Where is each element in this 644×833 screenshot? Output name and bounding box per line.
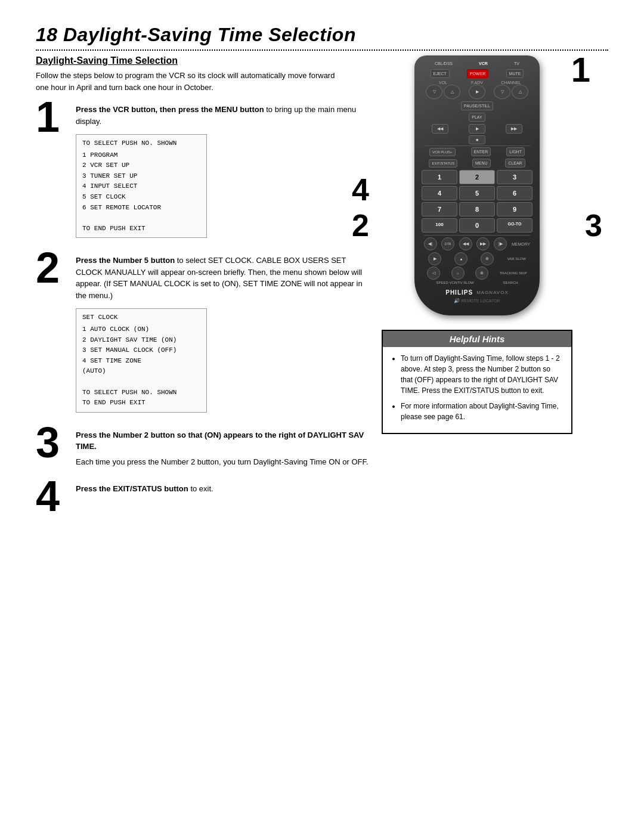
channel-buttons: ▽ △ (494, 85, 528, 99)
pause-still-button[interactable]: PAUSE/STILL (461, 101, 493, 110)
vcr-plus-button[interactable]: VCR PLUS+ (429, 148, 456, 156)
step-3-instruction: Press the Number 2 button so that (ON) a… (76, 429, 370, 453)
pause-group: PAUSE/STILL (461, 101, 493, 110)
goto-button[interactable]: GO-TO (497, 218, 532, 233)
menu-1-item-2: 2 VCR SET UP (82, 160, 200, 171)
step-1-instruction: Press the VCR button, then press the MEN… (76, 104, 370, 127)
num-100-button[interactable]: 100 (422, 218, 457, 233)
fadv-group: F.ADV ▶ (469, 80, 485, 99)
brand-area: PHILIPS MAGNAVOX (422, 289, 532, 296)
brand-magnavox: MAGNAVOX (476, 290, 509, 295)
special-c-button[interactable]: ⊕ (481, 252, 494, 265)
num-7-button[interactable]: 7 (422, 202, 457, 216)
special-rew-idx-button[interactable]: ◀◀ (459, 237, 472, 250)
special-f-button[interactable]: ⊕ (475, 267, 488, 280)
overlay-numbers: 1 4 2 3 CBL/DSS VCR TV EJECT (382, 55, 572, 315)
menu-2-title: SET CLOCK (82, 312, 200, 323)
menu-2-item-1: 1 AUTO CLOCK (ON) (82, 324, 200, 335)
exit-status-button[interactable]: EXIT/STATUS (429, 159, 457, 168)
step-3-block: 3 Press the Number 2 button so that (ON)… (36, 427, 370, 472)
left-column: Daylight-Saving Time Selection Follow th… (36, 55, 370, 527)
special-row-1: ◀| DTR ◀◀ ▶▶ |▶ MEMORY (422, 237, 532, 250)
channel-up-button[interactable]: △ (512, 85, 528, 99)
channel-group: CHANNEL ▽ △ (494, 80, 528, 99)
play-button[interactable]: PLAY (469, 113, 485, 122)
menu-2-item-3: 3 SET MANUAL CLOCK (OFF) (82, 345, 200, 356)
num-6-button[interactable]: 6 (497, 186, 532, 200)
special-ff-idx-button[interactable]: ▶▶ (476, 237, 490, 250)
num-3-button[interactable]: 3 (497, 170, 532, 184)
tracking-skip-label: TRACKING SKIP (499, 271, 527, 275)
menu-1-item-3: 3 TUNER SET UP (82, 171, 200, 182)
num-8-button[interactable]: 8 (459, 202, 495, 216)
vcr-button[interactable]: VCR (476, 60, 490, 67)
special-a-button[interactable]: ▶ (428, 252, 441, 265)
ff-button[interactable]: ▶▶ (506, 124, 522, 134)
num-4-button[interactable]: 4 (422, 186, 457, 200)
exit-row: EXIT/STATUS MENU CLEAR (422, 159, 532, 168)
hint-item-2: For more information about Daylight-Savi… (401, 401, 563, 422)
step-3-extra: Each time you press the Number 2 button,… (76, 456, 370, 468)
num-5-button[interactable]: 5 (459, 186, 495, 200)
menu-1-title: TO SELECT PUSH NO. SHOWN (82, 138, 200, 149)
num-1-button[interactable]: 1 (422, 170, 457, 184)
menu-1-footer: TO END PUSH EXIT (82, 224, 200, 234)
overlay-2: 2 (352, 208, 369, 243)
step-3-number: 3 (36, 421, 69, 464)
eject-button[interactable]: EJECT (431, 69, 450, 78)
vol-buttons: ▽ △ (426, 85, 460, 99)
power-button[interactable]: POWER (467, 69, 488, 78)
vol-down-button[interactable]: ▽ (426, 85, 442, 99)
num-0-button[interactable]: 0 (459, 218, 495, 233)
light-button[interactable]: LIGHT (506, 147, 525, 156)
fadv-label: F.ADV (469, 80, 485, 85)
vcrplus-row: VCR PLUS+ ENTER LIGHT (422, 147, 532, 156)
num-9-button[interactable]: 9 (497, 202, 532, 216)
step-1-block: 1 Press the VCR button, then press the M… (36, 101, 370, 243)
cbl-dss-button[interactable]: CBL/DSS (432, 60, 455, 67)
enter-button[interactable]: ENTER (471, 147, 491, 156)
menu-2-item-4: 4 SET TIME ZONE (82, 356, 200, 367)
stop-button[interactable]: ■ (469, 135, 485, 144)
hint-item-1: To turn off Daylight-Saving Time, follow… (401, 353, 563, 396)
rew-button[interactable]: ◀◀ (432, 124, 448, 134)
special-dtr-button[interactable]: DTR (441, 237, 454, 250)
intro-text: Follow the steps below to program the VC… (36, 70, 346, 93)
remote-locator-label: 🔊 REMOTE LOCATOR (422, 298, 532, 304)
top-buttons-row: EJECT POWER MUTE (422, 69, 532, 78)
special-b-button[interactable]: ● (454, 252, 467, 265)
overlay-1: 1 (571, 49, 590, 89)
menu-1-item-4: 4 INPUT SELECT (82, 181, 200, 192)
menu-1-item-5: 5 SET CLOCK (82, 192, 200, 203)
page-title: 18 Daylight-Saving Time Selection (36, 24, 608, 46)
hints-title: Helpful Hints (383, 331, 571, 347)
fadv-button[interactable]: ▶ (469, 85, 485, 99)
play-row: PLAY (422, 113, 532, 122)
mute-button[interactable]: MUTE (506, 69, 524, 78)
step-2-menu: SET CLOCK 1 AUTO CLOCK (ON) 2 DAYLIGHT S… (76, 308, 207, 412)
special-d-button[interactable]: ◁ (427, 267, 440, 280)
menu-2-item-5: (AUTO) (82, 366, 200, 377)
step-4-instruction: Press the EXIT/STATUS button to exit. (76, 483, 370, 495)
menu-2-footer: TO SELECT PUSH NO. SHOWN TO END PUSH EXI… (82, 388, 200, 408)
step-1-number: 1 (36, 95, 69, 138)
vol-label: VOL (426, 80, 460, 85)
play-fwd-button[interactable]: ▶ (469, 124, 485, 134)
special-5-button[interactable]: |▶ (494, 237, 507, 250)
special-e-button[interactable]: ○ (451, 267, 465, 280)
var-slow-label: VAR SLOW (507, 257, 526, 261)
vol-up-button[interactable]: △ (444, 85, 460, 99)
menu-button[interactable]: MENU (472, 159, 491, 168)
step-3-content: Press the Number 2 button so that (ON) a… (76, 427, 370, 472)
special-row-3: ◁ ○ ⊕ TRACKING SKIP (422, 267, 532, 280)
pause-row: PAUSE/STILL (422, 101, 532, 110)
tv-button[interactable]: TV (512, 60, 522, 67)
step-2-instruction: Press the Number 5 button to select SET … (76, 255, 370, 301)
step-1-menu: TO SELECT PUSH NO. SHOWN 1 PROGRAM 2 VCR… (76, 134, 207, 238)
hints-box: Helpful Hints To turn off Daylight-Savin… (382, 330, 572, 434)
step-4-block: 4 Press the EXIT/STATUS button to exit. (36, 481, 370, 518)
clear-button[interactable]: CLEAR (505, 159, 525, 168)
special-1-button[interactable]: ◀| (424, 237, 437, 250)
channel-down-button[interactable]: ▽ (494, 85, 510, 99)
num-2-button[interactable]: 2 (459, 170, 495, 184)
